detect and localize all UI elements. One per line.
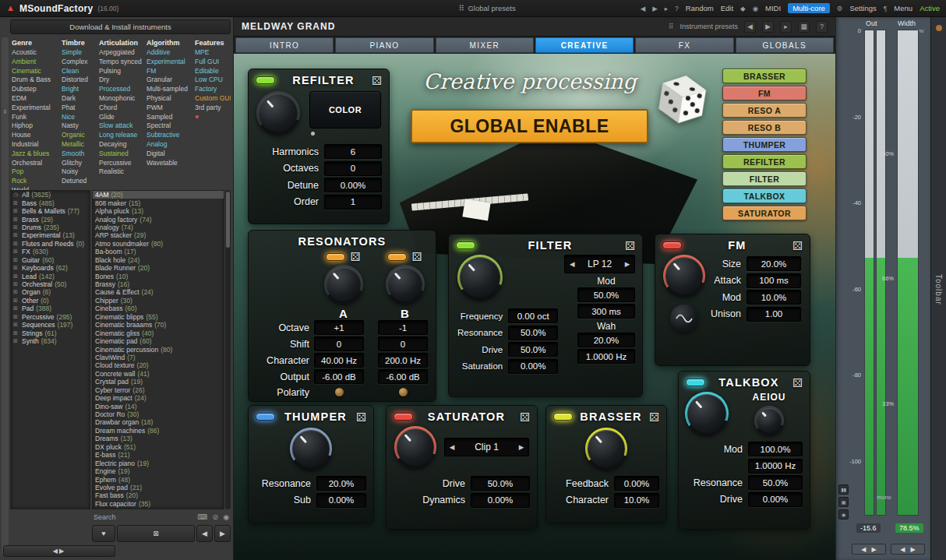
tag-item[interactable]: Dry: [97, 76, 145, 85]
preset-list-item[interactable]: Atmo soundmaker (80): [93, 240, 224, 248]
preset-list-item[interactable]: Cinematic braaams (70): [93, 321, 224, 329]
preset-list-item[interactable]: Cinematic pad (60): [93, 337, 224, 345]
preset-list-item[interactable]: Brassy (16): [93, 280, 224, 288]
tree-expander-icon[interactable]: ⊞: [13, 314, 19, 320]
filter-mod-time[interactable]: 300 ms: [577, 304, 635, 319]
tag-item[interactable]: Percussive: [97, 159, 145, 168]
preset-list-item[interactable]: ClaviWind (7): [93, 354, 224, 361]
resonator-a-value[interactable]: 0: [314, 336, 364, 351]
gear-icon[interactable]: ⚙: [837, 5, 843, 12]
tree-expander-icon[interactable]: ⊞: [13, 289, 19, 295]
parameter-value[interactable]: 0.00%: [316, 493, 366, 508]
preset-list-item[interactable]: 808 maker (15): [93, 199, 224, 206]
preset-list-item[interactable]: Black hole (24): [93, 256, 224, 264]
record-button[interactable]: ◉: [838, 509, 849, 519]
preset-list-item[interactable]: Bones (10): [93, 272, 224, 280]
tag-item[interactable]: Experimental: [10, 104, 60, 113]
tab[interactable]: GLOBALS: [736, 37, 834, 53]
tag-item[interactable]: MPE: [193, 48, 231, 58]
preset-list-item[interactable]: Deep impact (24): [93, 394, 224, 402]
filter-type-selector[interactable]: ◀ LP 12 ▶: [564, 255, 635, 273]
preset-list-item[interactable]: Dino-saw (14): [93, 402, 224, 410]
tree-expander-icon[interactable]: ⊞: [13, 217, 19, 223]
brasser-enable-led[interactable]: [553, 413, 573, 421]
tag-item[interactable]: Long release: [97, 131, 145, 140]
preset-list-item[interactable]: Cinebass (60): [93, 305, 224, 312]
thumper-enable-led[interactable]: [256, 413, 275, 421]
tag-item[interactable]: Jazz & blues: [10, 150, 60, 159]
preset-list-item[interactable]: Cyber terror (26): [93, 386, 224, 394]
width-meter[interactable]: [897, 30, 919, 516]
tag-item[interactable]: Realistic: [97, 167, 145, 177]
tree-expander-icon[interactable]: ⊞: [13, 224, 19, 231]
tree-item[interactable]: ⊞ Sequences (197): [11, 321, 90, 329]
preset-list-item[interactable]: Analog factory (74): [93, 215, 224, 223]
preset-list-item[interactable]: Ba-boom (17): [93, 248, 224, 255]
tag-item[interactable]: House: [10, 131, 60, 140]
module-select-button[interactable]: REFILTER: [722, 154, 807, 169]
edit-button[interactable]: Edit: [721, 4, 733, 12]
tree-expander-icon[interactable]: ⊞: [13, 338, 19, 344]
prev-preset-icon[interactable]: ◀: [744, 21, 756, 33]
tag-item[interactable]: Ambient: [10, 58, 60, 67]
module-select-button[interactable]: SATURATOR: [722, 206, 807, 220]
parameter-value[interactable]: 100 ms: [747, 273, 801, 288]
preset-list-item[interactable]: Alpha pluck (13): [93, 207, 224, 215]
module-select-button[interactable]: TALKBOX: [722, 188, 807, 203]
resonator-a-value[interactable]: 40.00 Hz: [314, 353, 364, 368]
thumper-randomize-icon[interactable]: ⚄: [356, 411, 366, 423]
tag-item[interactable]: Pulsing: [97, 67, 145, 76]
tag-item[interactable]: Orchestral: [10, 159, 60, 168]
tab[interactable]: FX: [635, 37, 733, 53]
next-item-button[interactable]: ▶: [214, 525, 231, 542]
tab[interactable]: PIANO: [335, 37, 433, 53]
tag-item[interactable]: Smooth: [60, 150, 97, 159]
resonator-a-led[interactable]: [326, 253, 345, 261]
tag-item[interactable]: Multi-sampled: [145, 85, 193, 94]
parameter-value[interactable]: 50.0%: [471, 476, 530, 491]
tab[interactable]: MIXER: [436, 37, 534, 53]
tag-item[interactable]: Subtractive: [145, 131, 193, 140]
filter-dot-icon[interactable]: ◉: [223, 513, 229, 521]
tree-item[interactable]: ⊞ Keyboards (62): [11, 264, 90, 272]
preset-list-item[interactable]: DX pluck (51): [93, 443, 224, 451]
color-button[interactable]: COLOR: [309, 91, 381, 129]
tag-item[interactable]: ♥: [193, 113, 231, 122]
preset-list-item[interactable]: Drawbar organ (18): [93, 418, 224, 426]
tag-item[interactable]: Wavetable: [145, 159, 193, 168]
next-preset-icon[interactable]: ▶: [652, 5, 658, 12]
tree-item[interactable]: ⊞ Drums (235): [11, 224, 90, 231]
preset-list-item[interactable]: Engine (19): [93, 467, 224, 475]
meter-prev-next-button[interactable]: ◀▶: [852, 544, 886, 555]
tag-item[interactable]: Glitchy: [60, 159, 97, 168]
resonator-b-knob[interactable]: [386, 265, 425, 304]
tree-expander-icon[interactable]: ⊞: [13, 232, 19, 238]
brasser-knob[interactable]: [585, 428, 627, 470]
tag-item[interactable]: Acoustic: [10, 48, 60, 58]
parameter-value[interactable]: 100.0%: [748, 442, 803, 456]
tree-expander-icon[interactable]: ⊞: [13, 248, 19, 255]
parameter-value[interactable]: 1.00: [747, 307, 801, 322]
tag-item[interactable]: Glide: [97, 113, 145, 122]
preset-list-item[interactable]: 4AM (20): [93, 191, 224, 199]
preset-list-item[interactable]: Blade Runner (20): [93, 264, 224, 272]
preset-list-item[interactable]: Cloud texture (20): [93, 361, 224, 369]
tab[interactable]: CREATIVE: [535, 37, 634, 53]
module-select-button[interactable]: BRASSER: [722, 69, 807, 83]
fm-randomize-icon[interactable]: ⚄: [792, 240, 803, 252]
saturator-knob[interactable]: [394, 426, 436, 468]
tree-item[interactable]: ⊞ Organ (6): [11, 288, 90, 296]
module-select-button[interactable]: RESO B: [722, 120, 807, 135]
install-instruments-button[interactable]: Download & Install instruments: [10, 19, 231, 34]
filter-mod-value[interactable]: 50.0%: [577, 287, 635, 302]
talkbox-enable-led[interactable]: [686, 379, 705, 386]
tree-item[interactable]: ⊞ Orchestral (50): [11, 280, 90, 288]
tree-item[interactable]: ⊞ Experimental (13): [11, 231, 90, 239]
preset-list-item[interactable]: Electric piano (19): [93, 459, 224, 467]
tag-item[interactable]: Hiphop: [10, 122, 60, 131]
pause-button[interactable]: ▮▮: [838, 484, 849, 495]
tag-item[interactable]: Tempo synced: [97, 58, 145, 67]
tree-expander-icon[interactable]: ⊞: [13, 305, 19, 312]
refilter-knob[interactable]: [256, 91, 300, 135]
preset-list-item[interactable]: Analogy (74): [93, 224, 224, 231]
